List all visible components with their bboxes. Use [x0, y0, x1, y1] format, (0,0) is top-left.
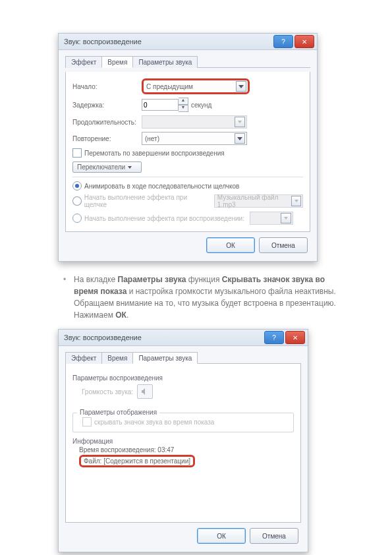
duration-combo — [142, 115, 247, 129]
spin-down-icon[interactable]: ▼ — [179, 105, 188, 112]
radio-animate-sequence[interactable]: Анимировать в ходе последовательности ще… — [72, 181, 303, 190]
spin-up-icon[interactable]: ▲ — [179, 98, 188, 105]
tab-time[interactable]: Время — [101, 56, 133, 68]
help-button[interactable]: ? — [264, 331, 284, 344]
click-target-value: Музыкальный файл 1.mp3 — [217, 194, 291, 208]
close-button[interactable]: ✕ — [285, 331, 305, 344]
delay-unit: секунд — [191, 102, 211, 109]
dialog-sound-params: Звук: воспроизведение ? ✕ Эффект Время П… — [58, 329, 308, 552]
repeat-label: Повторение: — [72, 135, 142, 142]
switches-button[interactable]: Переключатели — [72, 161, 142, 173]
chevron-down-icon — [128, 166, 132, 169]
chevron-down-icon — [281, 213, 291, 223]
cancel-button[interactable]: Отмена — [250, 528, 298, 544]
radio-label: Анимировать в ходе последовательности ще… — [84, 183, 239, 190]
dialog-time: Звук: воспроизведение ? ✕ Эффект Время П… — [58, 33, 318, 262]
chevron-down-icon — [236, 81, 246, 92]
ok-button[interactable]: ОК — [206, 237, 255, 253]
playtime-text: Время воспроизведения: 03:47 — [79, 446, 294, 453]
cancel-button[interactable]: Отмена — [259, 237, 308, 253]
group-play-params: Параметры воспроизведения — [72, 374, 289, 382]
tab-sound-params[interactable]: Параметры звука — [132, 56, 198, 68]
repeat-value: (нет) — [145, 135, 159, 142]
radio-label: Начать выполнение эффекта при щелчке — [84, 194, 209, 208]
play-target-combo — [250, 212, 293, 225]
ok-button[interactable]: ОК — [197, 528, 246, 544]
speaker-icon — [141, 388, 149, 395]
rewind-label: Перемотать по завершении воспроизведения — [84, 150, 225, 157]
tab-effect[interactable]: Эффект — [65, 56, 102, 68]
start-value: С предыдущим — [146, 83, 193, 90]
volume-label: Громкость звука: — [82, 388, 133, 395]
titlebar[interactable]: Звук: воспроизведение ? ✕ — [59, 34, 317, 50]
tab-time[interactable]: Время — [101, 352, 133, 364]
tab-effect[interactable]: Эффект — [65, 352, 102, 364]
repeat-combo[interactable]: (нет) — [142, 132, 247, 145]
switches-label: Переключатели — [77, 163, 125, 171]
chevron-down-icon — [235, 117, 245, 127]
close-button[interactable]: ✕ — [294, 35, 314, 48]
help-button[interactable]: ? — [273, 35, 293, 48]
file-info: Файл: [Содержится в презентации] — [79, 455, 195, 467]
start-label: Начало: — [72, 83, 142, 90]
radio-label: Начать выполнение эффекта при воспроизве… — [84, 215, 244, 222]
hide-icon-label: скрывать значок звука во время показа — [94, 419, 214, 426]
radio-start-on-play[interactable]: Начать выполнение эффекта при воспроизве… — [72, 212, 303, 225]
titlebar[interactable]: Звук: воспроизведение ? ✕ — [59, 330, 308, 346]
hide-icon-checkbox: скрывать значок звука во время показа — [82, 417, 288, 426]
duration-label: Продолжительность: — [72, 119, 142, 126]
rewind-checkbox[interactable]: Перемотать по завершении воспроизведения — [72, 148, 303, 158]
delay-label: Задержка: — [72, 102, 142, 109]
start-combo[interactable]: С предыдущим — [142, 78, 250, 94]
chevron-down-icon — [291, 196, 301, 206]
dialog-title: Звук: воспроизведение — [64, 334, 142, 341]
delay-input[interactable] — [142, 99, 179, 111]
tab-sound-params[interactable]: Параметры звука — [132, 352, 198, 364]
chevron-down-icon — [235, 133, 245, 144]
paragraph: На вкладке Параметры звука функция Скрыв… — [74, 274, 346, 321]
volume-button — [137, 384, 153, 399]
click-target-combo: Музыкальный файл 1.mp3 — [214, 194, 303, 208]
delay-spinner[interactable]: ▲ ▼ — [142, 98, 191, 112]
dialog-title: Звук: воспроизведение — [64, 38, 142, 45]
group-info: Информация — [72, 438, 294, 445]
group-display-params: Параметры отображения — [77, 409, 159, 416]
radio-start-on-click[interactable]: Начать выполнение эффекта при щелчке Муз… — [72, 194, 303, 208]
